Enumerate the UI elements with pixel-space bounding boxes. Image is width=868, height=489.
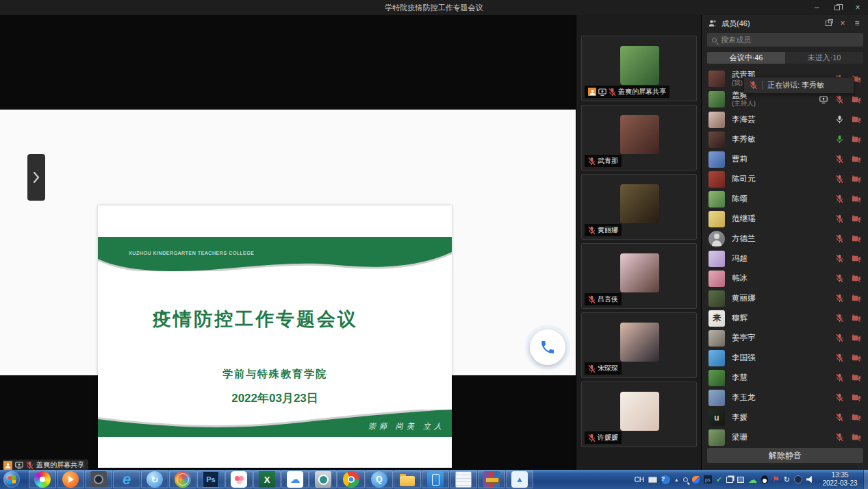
member-row[interactable]: 方德兰	[702, 229, 868, 249]
mic-icon[interactable]	[836, 294, 843, 303]
screen-recorder-icon[interactable]	[85, 471, 112, 488]
keyboard-icon[interactable]	[648, 477, 657, 483]
flame-tray-icon[interactable]	[692, 476, 700, 484]
camera-off-icon[interactable]	[852, 195, 861, 203]
qq-app-icon[interactable]: Q	[366, 471, 393, 488]
show-desktop-button[interactable]	[863, 470, 868, 489]
mic-icon[interactable]	[836, 353, 843, 362]
excel-icon[interactable]: X	[253, 471, 281, 488]
member-row[interactable]: 李秀敏	[702, 129, 868, 149]
member-row[interactable]: 范继瑶	[702, 209, 868, 229]
member-row[interactable]: 李慧	[702, 368, 868, 388]
video-tile[interactable]: 许媛媛	[581, 381, 697, 447]
grid-tray-icon[interactable]	[726, 477, 733, 483]
mic-icon[interactable]	[836, 433, 843, 442]
language-indicator[interactable]: CH	[634, 476, 643, 484]
winrar-icon[interactable]	[478, 471, 505, 488]
mic-icon[interactable]	[836, 373, 843, 382]
video-tile[interactable]: 盖爽的屏幕共享	[581, 36, 697, 101]
start-button[interactable]	[3, 471, 20, 488]
member-row[interactable]: 李玉龙	[702, 388, 868, 408]
flag-tray-icon[interactable]: ⚑	[772, 475, 780, 484]
file-explorer-icon[interactable]	[394, 471, 421, 488]
camera-off-icon[interactable]	[852, 275, 861, 282]
member-row[interactable]: 来 穆辉	[702, 308, 868, 328]
member-row[interactable]: 韩冰	[702, 268, 868, 288]
mic-icon[interactable]	[836, 234, 843, 243]
sync-tray-icon[interactable]: ↻	[784, 475, 790, 484]
phone-assistant-icon[interactable]	[422, 471, 449, 488]
photo-viewer-icon[interactable]	[309, 471, 337, 488]
camera-off-icon[interactable]	[852, 334, 861, 342]
member-row[interactable]: 冯超	[702, 249, 868, 268]
mic-icon[interactable]	[836, 155, 843, 164]
mic-icon[interactable]	[836, 254, 843, 263]
camera-off-icon[interactable]	[852, 235, 861, 242]
unmute-button[interactable]: 解除静音	[707, 448, 863, 463]
camera-off-icon[interactable]	[852, 314, 861, 322]
member-row[interactable]: 曹莉	[702, 149, 868, 169]
member-row[interactable]: 梁珊	[702, 427, 868, 447]
cloud-sync-icon[interactable]: ↻	[141, 471, 168, 488]
camera-off-icon[interactable]	[852, 215, 861, 223]
member-row[interactable]: 姜亭宇	[702, 328, 868, 348]
camera-off-icon[interactable]	[852, 414, 861, 421]
camera-off-icon[interactable]	[852, 434, 861, 441]
member-row[interactable]: 陈司元	[702, 169, 868, 189]
tab-in-meeting[interactable]: 会议中·46	[707, 52, 785, 64]
mic-icon[interactable]	[836, 334, 843, 342]
camera-off-icon[interactable]	[852, 96, 861, 103]
network-globe-icon[interactable]	[169, 471, 196, 488]
camera-off-icon[interactable]	[852, 294, 861, 302]
mic-icon[interactable]	[836, 175, 843, 184]
mic-icon[interactable]	[836, 214, 843, 223]
camera-off-icon[interactable]	[852, 354, 861, 362]
member-row[interactable]: u 李媛	[702, 408, 868, 427]
tab-not-joined[interactable]: 未进入·10	[785, 52, 863, 64]
camera-off-icon[interactable]	[852, 155, 861, 163]
internet-explorer-icon[interactable]: e	[113, 471, 140, 488]
ps-tray-icon[interactable]: ps	[704, 475, 712, 484]
mic-icon[interactable]	[836, 274, 843, 283]
mic-icon[interactable]	[836, 393, 843, 402]
close-button[interactable]: ×	[847, 0, 868, 15]
video-tile[interactable]: 吕言侠	[581, 243, 697, 309]
cloud-tray-icon[interactable]: ☁	[748, 475, 757, 485]
panel-menu-icon[interactable]: ≡	[852, 18, 863, 28]
member-row[interactable]: 黄丽娜	[702, 288, 868, 308]
pink-circles-app-icon[interactable]	[225, 471, 253, 488]
notepad-icon[interactable]	[450, 471, 477, 488]
pinwheel-browser-icon[interactable]	[29, 471, 56, 488]
minimize-button[interactable]: –	[806, 0, 827, 15]
camera-off-icon[interactable]	[852, 374, 861, 381]
camera-off-icon[interactable]	[852, 175, 861, 183]
mic-icon[interactable]	[836, 135, 843, 144]
window-stack-icon[interactable]	[737, 477, 744, 483]
globe-tray-icon[interactable]	[794, 475, 802, 484]
audio-call-button[interactable]	[530, 329, 565, 365]
search-input[interactable]: 搜索成员	[707, 33, 863, 47]
camera-off-icon[interactable]	[852, 394, 861, 401]
taskbar-clock[interactable]: 13:35 2022-03-23	[819, 471, 861, 488]
video-tile[interactable]: 武青那	[581, 105, 697, 171]
restore-button[interactable]	[827, 0, 847, 15]
usb-tray-icon[interactable]: ✔	[716, 475, 722, 484]
video-tile[interactable]: 宋琛琛	[581, 312, 697, 378]
close-panel-icon[interactable]: ×	[837, 18, 848, 28]
member-row[interactable]: 陈颂	[702, 189, 868, 209]
member-row[interactable]: 李海芸	[702, 110, 868, 129]
camera-off-icon[interactable]	[852, 136, 861, 143]
member-row[interactable]: 李国强	[702, 348, 868, 368]
mic-icon[interactable]	[836, 195, 843, 203]
camera-off-icon[interactable]	[852, 116, 861, 123]
camera-off-icon[interactable]	[852, 255, 861, 262]
media-player-icon[interactable]	[57, 471, 84, 488]
video-tile[interactable]: 黄丽娜	[581, 174, 697, 240]
mic-icon[interactable]	[836, 95, 843, 104]
meeting-app-icon[interactable]: ▲	[506, 471, 533, 488]
mic-icon[interactable]	[836, 314, 843, 323]
qq-tray-icon[interactable]	[761, 475, 768, 484]
photoshop-icon[interactable]: Ps	[197, 471, 225, 488]
volume-icon[interactable]	[806, 476, 815, 483]
mic-icon[interactable]	[836, 413, 843, 422]
